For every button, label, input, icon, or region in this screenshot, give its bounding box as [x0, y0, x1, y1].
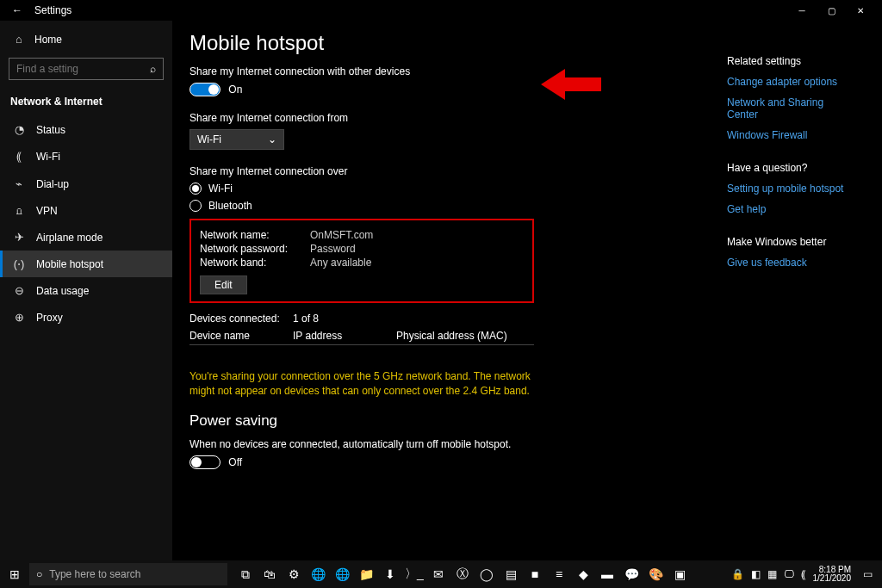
downloads-icon[interactable]: ⬇ — [379, 563, 401, 585]
sidebar-search[interactable]: ⌕ — [9, 58, 164, 80]
link-sharing-center[interactable]: Network and Sharing Center — [727, 96, 856, 121]
share-toggle[interactable] — [189, 83, 220, 96]
network-name-value: OnMSFT.com — [310, 229, 373, 241]
home-icon: ⌂ — [12, 33, 26, 46]
sidebar-item-vpn[interactable]: ⩍ VPN — [0, 197, 172, 224]
tray-wifi-icon[interactable]: ⸨ — [801, 568, 806, 580]
camera-icon[interactable]: ▣ — [668, 563, 691, 585]
tray-lock-icon[interactable]: 🔒 — [731, 568, 744, 580]
sidebar-item-dialup[interactable]: ⌁ Dial-up — [0, 170, 172, 197]
airplane-icon: ✈ — [12, 231, 26, 244]
share-toggle-state: On — [228, 84, 242, 96]
sidebar-item-airplane[interactable]: ✈ Airplane mode — [0, 224, 172, 251]
chevron-down-icon: ⌄ — [268, 133, 276, 145]
app2-icon[interactable]: ≡ — [548, 563, 570, 585]
link-adapter[interactable]: Change adapter options — [727, 76, 856, 88]
question-title: Have a question? — [727, 162, 856, 174]
dialup-icon: ⌁ — [12, 177, 26, 190]
network-name-key: Network name: — [200, 229, 303, 241]
power-saving-toggle[interactable] — [189, 455, 220, 469]
tray-display-icon[interactable]: 🖵 — [784, 568, 794, 580]
action-center-icon[interactable]: ▭ — [858, 568, 877, 580]
email-icon[interactable]: ✉ — [427, 563, 450, 585]
taskbar-search-label: Type here to search — [49, 568, 140, 580]
link-setup-hotspot[interactable]: Setting up mobile hotspot — [727, 183, 856, 195]
right-pane: Related settings Change adapter options … — [727, 55, 856, 289]
taskbar-search[interactable]: ○ Type here to search — [29, 563, 227, 585]
close-button[interactable]: ✕ — [846, 6, 875, 15]
main-content: Mobile hotspot Share my Internet connect… — [172, 21, 882, 560]
app-icon[interactable]: ■ — [524, 563, 546, 585]
link-feedback[interactable]: Give us feedback — [727, 257, 856, 269]
item-label: Status — [36, 124, 65, 136]
calculator-icon[interactable]: ▤ — [500, 563, 522, 585]
tray-cc-icon[interactable]: ▦ — [767, 568, 777, 580]
monitor-icon[interactable]: ▬ — [596, 563, 618, 585]
col-ip: IP address — [293, 330, 396, 342]
devices-table: Devices connected: 1 of 8 Device name IP… — [189, 310, 534, 345]
status-icon: ◔ — [12, 123, 26, 136]
radio-label: Wi-Fi — [208, 183, 233, 195]
cortana-icon[interactable]: ◯ — [475, 563, 498, 585]
android-icon[interactable]: ◆ — [572, 563, 594, 585]
item-label: VPN — [36, 205, 58, 217]
power-saving-text: When no devices are connected, automatic… — [189, 438, 865, 450]
datausage-icon: ⊖ — [12, 284, 26, 297]
terminal-icon[interactable]: 〉_ — [403, 563, 425, 585]
tray-profiler-icon[interactable]: ◧ — [751, 568, 761, 580]
related-title: Related settings — [727, 55, 856, 67]
minimize-button[interactable]: ─ — [787, 6, 817, 15]
store-icon[interactable]: 🛍 — [258, 563, 281, 585]
better-title: Make Windows better — [727, 236, 856, 248]
search-icon: ⌕ — [150, 63, 156, 75]
sidebar-home[interactable]: ⌂ Home — [0, 28, 172, 51]
network-band-key: Network band: — [200, 257, 303, 269]
network-pass-key: Network password: — [200, 243, 303, 255]
task-view-icon[interactable]: ⧉ — [234, 563, 257, 585]
window-title: Settings — [34, 4, 71, 16]
radio-icon — [189, 183, 202, 195]
item-label: Mobile hotspot — [36, 258, 103, 270]
page-title: Mobile hotspot — [189, 31, 865, 55]
settings-icon[interactable]: ⚙ — [283, 563, 305, 585]
sidebar: ⌂ Home ⌕ Network & Internet ◔ Status ⸨ W… — [0, 21, 172, 560]
devices-connected-value: 1 of 8 — [293, 313, 396, 325]
explorer-icon[interactable]: 📁 — [355, 563, 377, 585]
edge-icon[interactable]: 🌐 — [307, 563, 329, 585]
edge-dev-icon[interactable]: 🌐 — [331, 563, 353, 585]
taskbar: ⊞ ○ Type here to search ⧉ 🛍 ⚙ 🌐 🌐 📁 ⬇ 〉_… — [0, 560, 882, 588]
edit-button[interactable]: Edit — [200, 275, 247, 294]
search-input[interactable] — [16, 63, 150, 75]
sidebar-section: Network & Internet — [0, 87, 172, 116]
item-label: Proxy — [36, 312, 63, 324]
sidebar-item-datausage[interactable]: ⊖ Data usage — [0, 277, 172, 304]
col-device: Device name — [189, 330, 293, 342]
radio-icon — [189, 200, 202, 212]
wifi-icon: ⸨ — [12, 150, 26, 164]
link-firewall[interactable]: Windows Firewall — [727, 129, 856, 141]
taskbar-date: 1/21/2020 — [813, 574, 852, 583]
taskbar-clock[interactable]: 8:18 PM 1/21/2020 — [813, 566, 852, 583]
col-mac: Physical address (MAC) — [396, 330, 534, 342]
system-tray: 🔒 ◧ ▦ 🖵 ⸨ 8:18 PM 1/21/2020 ▭ — [731, 566, 883, 583]
network-band-value: Any available — [310, 257, 371, 269]
item-label: Data usage — [36, 285, 89, 297]
paint-icon[interactable]: 🎨 — [644, 563, 667, 585]
back-button[interactable]: ← — [7, 4, 28, 16]
network-pass-value: Password — [310, 243, 356, 255]
from-value: Wi-Fi — [197, 133, 221, 145]
link-get-help[interactable]: Get help — [727, 203, 856, 215]
xbox-icon[interactable]: Ⓧ — [451, 563, 474, 585]
sidebar-item-proxy[interactable]: ⊕ Proxy — [0, 304, 172, 331]
radio-label: Bluetooth — [208, 200, 252, 212]
maximize-button[interactable]: ▢ — [817, 6, 846, 15]
item-label: Airplane mode — [36, 232, 102, 244]
vpn-icon: ⩍ — [12, 204, 26, 217]
sidebar-item-status[interactable]: ◔ Status — [0, 116, 172, 143]
sidebar-item-wifi[interactable]: ⸨ Wi-Fi — [0, 143, 172, 170]
sidebar-item-hotspot[interactable]: (⋅) Mobile hotspot — [0, 251, 172, 277]
from-select[interactable]: Wi-Fi ⌄ — [189, 129, 284, 150]
start-button[interactable]: ⊞ — [0, 567, 29, 581]
chat-icon[interactable]: 💬 — [620, 563, 643, 585]
item-label: Dial-up — [36, 178, 69, 190]
